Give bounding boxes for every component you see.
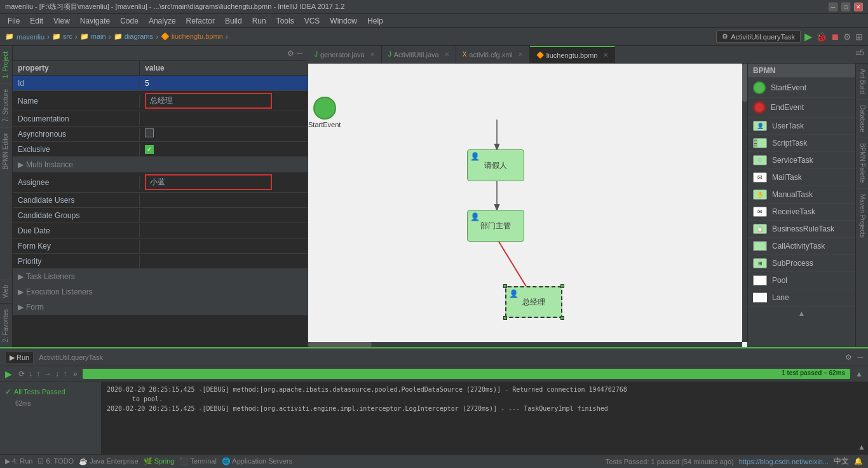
breadcrumb-mavenliu[interactable]: 📁 <box>5 32 14 41</box>
status-tab-app-servers[interactable]: 🌐 Application Servers <box>222 457 292 465</box>
right-tab-maven-projects[interactable]: Maven Projects <box>856 189 868 243</box>
tab-close-bpmn[interactable]: ✕ <box>603 52 608 59</box>
start-event-circle[interactable] <box>313 97 336 120</box>
menu-build[interactable]: Build <box>220 15 247 27</box>
prop-row-name[interactable]: Name 总经理 <box>13 91 308 111</box>
run-ctrl-3[interactable]: ↑ <box>35 369 41 378</box>
exclusive-checkbox[interactable]: ✓ <box>145 145 154 154</box>
menu-help[interactable]: Help <box>362 15 388 27</box>
palette-item-end-event[interactable]: EndEvent <box>748 98 855 118</box>
prop-row-priority[interactable]: Priority <box>13 254 308 269</box>
bottom-settings-icon[interactable]: ⚙ <box>845 353 852 362</box>
palette-item-service-task[interactable]: ⚙ ServiceTask <box>748 152 855 169</box>
settings-icon[interactable]: ⚙ <box>843 32 851 42</box>
prop-value-documentation[interactable] <box>140 117 308 121</box>
tab-liuchengtu-bpmn[interactable]: 🔶 liuchengtu.bpmn ✕ <box>530 46 615 63</box>
status-tab-spring[interactable]: 🌿 Spring <box>144 457 175 465</box>
debug-button[interactable]: 🐞 <box>816 32 827 42</box>
run-play-btn[interactable]: ▶ <box>5 369 12 379</box>
palette-item-user-task[interactable]: 👤 UserTask <box>748 118 855 135</box>
prop-row-form[interactable]: ▶Form <box>13 299 308 315</box>
run-ctrl-2[interactable]: ↓ <box>27 369 34 378</box>
prop-row-candidate-groups[interactable]: Candidate Groups <box>13 208 308 223</box>
status-tab-terminal[interactable]: ⬛ Terminal <box>179 457 216 465</box>
tab-close-activitiutil[interactable]: ✕ <box>444 51 449 58</box>
menu-analyze[interactable]: Analyze <box>144 15 181 27</box>
prop-value-form-key[interactable] <box>140 244 308 248</box>
palette-item-mail-task[interactable]: ✉ MailTask <box>748 169 855 186</box>
prop-value-assignee[interactable]: 小蓝 <box>140 172 308 192</box>
stop-button[interactable]: ⏹ <box>831 32 839 42</box>
tab-activiti-cfg-xml[interactable]: X activiti.cfg.xml ✕ <box>456 46 530 63</box>
close-button[interactable]: ✕ <box>854 3 863 11</box>
prop-value-candidate-users[interactable] <box>140 198 308 202</box>
menu-edit[interactable]: Edit <box>25 15 48 27</box>
palette-item-business-rule-task[interactable]: 📋 BusinessRuleTask <box>748 221 855 238</box>
sidebar-tab-project[interactable]: 1: Project <box>0 46 12 83</box>
menu-navigate[interactable]: Navigate <box>75 15 115 27</box>
bpmn-task-bumenzhuuguan[interactable]: 👤 部门主管 <box>467 210 524 242</box>
run-config-selector[interactable]: ⚙ ActivitiUtil.queryTask <box>716 31 801 43</box>
name-input-highlighted[interactable]: 总经理 <box>145 93 272 109</box>
right-tab-bpmn-palette[interactable]: BPMN Palette <box>856 138 868 189</box>
tab-close-cfg[interactable]: ✕ <box>518 51 523 58</box>
layout-icon[interactable]: ⊞ <box>855 32 863 42</box>
run-ctrl-more[interactable]: » <box>73 369 78 378</box>
palette-item-start-event[interactable]: StartEvent <box>748 78 855 98</box>
breadcrumb-mavenliu-label[interactable]: mavenliu <box>17 33 44 41</box>
menu-code[interactable]: Code <box>115 15 144 27</box>
bpmn-start-event[interactable]: StartEvent <box>308 97 341 128</box>
task-listeners-expander[interactable]: ▶ <box>18 272 24 281</box>
prop-row-exclusive[interactable]: Exclusive ✓ <box>13 142 308 157</box>
sidebar-tab-web[interactable]: Web <box>0 279 12 303</box>
menu-refactor[interactable]: Refactor <box>181 15 220 27</box>
editor-scroll-icon[interactable]: ≡5 <box>851 46 868 63</box>
prop-row-task-listeners[interactable]: ▶Task Listeners <box>13 269 308 284</box>
menu-file[interactable]: File <box>3 15 25 27</box>
execution-listeners-expander[interactable]: ▶ <box>18 287 24 296</box>
canvas-vscroll-thumb[interactable] <box>742 64 747 102</box>
multi-instance-expander[interactable]: ▶ <box>18 160 24 169</box>
menu-run[interactable]: Run <box>247 15 271 27</box>
palette-item-call-activity-task[interactable]: CallActivityTask <box>748 238 855 255</box>
palette-item-pool[interactable]: Pool <box>748 272 855 289</box>
panel-collapse-icon[interactable]: ─ <box>297 49 302 58</box>
breadcrumb-diagrams[interactable]: 📁 diagrams <box>114 32 153 41</box>
status-tab-run[interactable]: ▶ 4: Run <box>5 457 32 465</box>
run-ctrl-5[interactable]: ↓ <box>54 369 60 378</box>
prop-row-assignee[interactable]: Assignee 小蓝 <box>13 172 308 193</box>
minimize-button[interactable]: ─ <box>829 3 837 11</box>
status-tab-todo[interactable]: ☑ 6: TODO <box>37 457 74 465</box>
breadcrumb-src[interactable]: 📁 src <box>52 32 72 41</box>
palette-item-receive-task[interactable]: ✉ ReceiveTask <box>748 203 855 221</box>
menu-vcs[interactable]: VCS <box>299 15 325 27</box>
asynchronous-checkbox[interactable] <box>145 128 154 137</box>
prop-value-due-date[interactable] <box>140 229 308 233</box>
run-ctrl-4[interactable]: → <box>43 369 53 378</box>
prop-value-asynchronous[interactable] <box>140 127 308 141</box>
canvas-hscrollbar[interactable] <box>308 342 742 347</box>
breadcrumb-main[interactable]: 📁 main <box>80 32 106 41</box>
palette-item-manual-task[interactable]: ✋ ManualTask <box>748 186 855 203</box>
prop-value-candidate-groups[interactable] <box>140 214 308 217</box>
right-tab-database[interactable]: Database <box>856 100 868 138</box>
status-notifications-icon[interactable]: 🔔 <box>854 457 863 465</box>
canvas-vscrollbar[interactable] <box>742 64 747 342</box>
palette-item-lane[interactable]: Lane <box>748 289 855 306</box>
prop-row-asynchronous[interactable]: Asynchronous <box>13 127 308 142</box>
sidebar-tab-bpmn-editor[interactable]: BPMN Editor <box>0 127 12 175</box>
run-ctrl-6[interactable]: ↑ <box>62 369 68 378</box>
prop-value-id[interactable]: 5 <box>140 77 308 90</box>
prop-value-name[interactable]: 总经理 <box>140 91 308 111</box>
menu-tools[interactable]: Tools <box>271 15 299 27</box>
palette-item-subprocess[interactable]: ⊞ SubProcess <box>748 255 855 272</box>
prop-row-multi-instance[interactable]: ▶Multi Instance <box>13 157 308 172</box>
right-tab-ant-build[interactable]: Ant Build <box>856 64 868 100</box>
prop-value-priority[interactable] <box>140 259 308 263</box>
maximize-button[interactable]: □ <box>841 3 850 11</box>
run-button[interactable]: ▶ <box>804 31 812 43</box>
palette-collapse-icon[interactable]: ▲ <box>798 309 806 318</box>
tab-generator-java[interactable]: J generator.java ✕ <box>308 46 382 63</box>
bpmn-task-qingjiaren[interactable]: 👤 请假人 <box>467 149 524 181</box>
prop-row-candidate-users[interactable]: Candidate Users <box>13 193 308 208</box>
